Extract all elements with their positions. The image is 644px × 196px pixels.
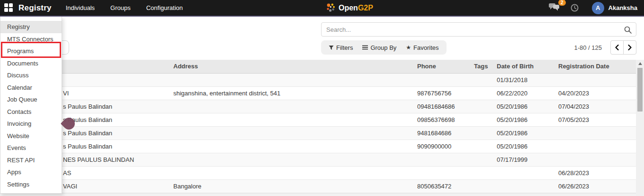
app-menu-item-documents[interactable]: Documents — [0, 57, 62, 70]
cell-address — [171, 167, 415, 179]
messages-button[interactable]: 2 — [549, 3, 560, 13]
column-header-tags[interactable]: Tags — [472, 60, 495, 73]
user-avatar[interactable]: A — [592, 2, 604, 14]
cell-reg_date — [556, 74, 636, 86]
cell-phone: 9876756756 — [415, 87, 472, 100]
table-body: 01/31/2018VIshiganshina, entertainment d… — [0, 74, 636, 193]
column-header-date-of-birth[interactable]: Date of Birth — [495, 60, 556, 73]
table-row[interactable]: s Paulus Balindan0985637669805/20/198607… — [0, 113, 636, 127]
pager-next-button[interactable] — [623, 40, 636, 55]
apps-dropdown-menu: RegistryMTS ConnectorsProgramsDocumentsD… — [0, 17, 62, 194]
table-row[interactable]: 01/31/2018 — [0, 74, 636, 87]
app-menu-item-job-queue[interactable]: Job Queue — [0, 93, 62, 106]
cell-reg_date: 06/28/2023 — [556, 167, 636, 179]
cell-phone: 09481684686 — [415, 100, 472, 113]
openg2p-logo-icon — [326, 3, 336, 13]
nav-item-groups[interactable]: Groups — [110, 4, 131, 11]
cell-phone: 9481684686 — [415, 127, 472, 140]
search-icon[interactable] — [624, 26, 632, 34]
cell-reg_date: 06/26/2023 — [556, 180, 636, 193]
favorites-button[interactable]: ★ Favorites — [401, 40, 443, 55]
openg2p-logo-text: OpenG2P — [339, 4, 373, 12]
cell-dob — [495, 167, 556, 179]
clock-icon — [571, 4, 579, 12]
app-menu-item-settings[interactable]: Settings — [0, 178, 62, 191]
filters-button[interactable]: Filters — [324, 40, 358, 55]
cell-dob — [495, 180, 556, 193]
cell-dob: 05/20/1986 — [495, 140, 556, 153]
star-icon: ★ — [406, 44, 411, 51]
search-options-bar: Filters Group By ★ Favorites — [321, 40, 447, 55]
table-row[interactable]: NES PAULUS BALINDAN07/17/1999 — [0, 153, 636, 167]
cell-phone — [415, 167, 472, 179]
cell-dob: 01/31/2018 — [495, 74, 556, 86]
filter-funnel-icon — [329, 45, 334, 50]
table-row[interactable]: s Paulus Balindan909090000005/20/1986 — [0, 140, 636, 153]
nav-item-individuals[interactable]: Individuals — [66, 4, 95, 11]
cell-phone: 8050635472 — [415, 180, 472, 193]
app-name[interactable]: Registry — [18, 3, 52, 13]
app-menu-item-events[interactable]: Events — [0, 142, 62, 154]
app-menu-item-contacts[interactable]: Contacts — [0, 106, 62, 118]
activities-button[interactable] — [571, 4, 579, 12]
favorites-label: Favorites — [413, 44, 438, 51]
table-row[interactable]: VIshiganshina, entertainment district, 5… — [0, 87, 636, 100]
cell-reg_date: 07/05/2023 — [556, 113, 636, 126]
user-name[interactable]: Akanksha — [608, 4, 637, 11]
cell-address — [171, 140, 415, 153]
cell-tags — [472, 113, 495, 126]
cell-address: shiganshina, entertainment district, 541 — [171, 87, 415, 100]
table-row[interactable]: s Paulus Balindan948168468605/20/1986 — [0, 127, 636, 140]
app-menu-item-website[interactable]: Website — [0, 130, 62, 142]
cell-reg_date — [556, 127, 636, 140]
scroll-up-arrow-icon[interactable] — [638, 62, 642, 65]
chevron-left-icon — [615, 45, 619, 50]
app-menu-item-apps[interactable]: Apps — [0, 166, 62, 178]
column-header-address[interactable]: Address — [171, 60, 415, 73]
cell-address — [171, 127, 415, 140]
app-menu-item-rest-api[interactable]: REST API — [0, 154, 62, 167]
cell-dob: 05/20/1986 — [495, 113, 556, 126]
pager-prev-button[interactable] — [610, 40, 624, 55]
table-row-partial — [0, 193, 636, 196]
app-menu-item-discuss[interactable]: Discuss — [0, 69, 62, 82]
cell-tags — [472, 87, 495, 100]
column-header-registration-date[interactable]: Registration Date — [556, 60, 636, 73]
app-menu-item-invoicing[interactable]: Invoicing — [0, 118, 62, 130]
cell-phone — [415, 153, 472, 166]
column-header-phone[interactable]: Phone — [415, 60, 472, 73]
app-menu-item-programs[interactable]: Programs — [0, 45, 62, 57]
app-menu-item-calendar[interactable]: Calendar — [0, 82, 62, 94]
cell-address: Bangalore — [171, 180, 415, 193]
cell-tags — [472, 140, 495, 153]
notification-badge: 2 — [558, 0, 566, 6]
cell-address — [171, 100, 415, 113]
cell-dob: 07/17/1999 — [495, 153, 556, 166]
pager-range: 1-80 / 125 — [574, 44, 602, 51]
cell-reg_date: 07/04/2023 — [556, 100, 636, 113]
openg2p-logo: OpenG2P — [326, 0, 373, 16]
cell-tags — [472, 100, 495, 113]
scrollbar-thumb[interactable] — [637, 68, 643, 112]
cell-tags — [472, 167, 495, 179]
cell-phone — [415, 74, 472, 86]
nav-item-configuration[interactable]: Configuration — [146, 4, 183, 11]
cell-tags — [472, 153, 495, 166]
table-row[interactable]: s Paulus Balindan0948168468605/20/198607… — [0, 100, 636, 113]
cell-dob: 05/20/1986 — [495, 100, 556, 113]
app-menu-item-mts-connectors[interactable]: MTS Connectors — [0, 33, 62, 46]
cell-phone: 09856376698 — [415, 113, 472, 126]
search-input[interactable] — [322, 23, 636, 36]
cell-reg_date: 04/20/2023 — [556, 87, 636, 100]
table-row[interactable]: AS06/28/2023 — [0, 167, 636, 180]
search-box — [321, 22, 636, 37]
pager: 1-80 / 125 — [574, 40, 636, 55]
app-menu-item-registry[interactable]: Registry — [0, 21, 62, 33]
chevron-right-icon — [628, 45, 632, 50]
cell-address — [171, 113, 415, 126]
table-row[interactable]: VAGIBangalore805063547206/26/2023 — [0, 180, 636, 193]
vertical-scrollbar[interactable] — [636, 60, 644, 196]
group-by-button[interactable]: Group By — [358, 40, 401, 55]
apps-menu-icon[interactable] — [4, 3, 13, 12]
table-header-row: AddressPhoneTagsDate of BirthRegistratio… — [0, 60, 636, 74]
